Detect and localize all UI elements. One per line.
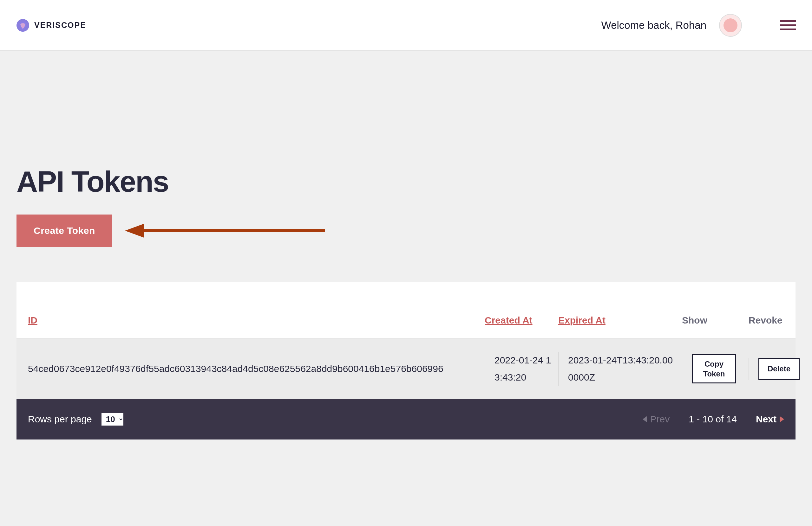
rows-per-page-label: Rows per page	[28, 414, 92, 425]
column-header-created-at[interactable]: Created At	[485, 315, 533, 326]
svg-marker-2	[125, 224, 144, 238]
prev-page-button[interactable]: Prev	[643, 414, 670, 425]
pagination-left: Rows per page 10	[28, 413, 124, 425]
avatar[interactable]	[719, 14, 742, 37]
annotation-arrow-icon	[122, 221, 325, 240]
tokens-table: ID Created At Expired At Show Revoke 54c…	[16, 282, 796, 439]
header: VERISCOPE Welcome back, Rohan	[0, 0, 812, 51]
column-header-show: Show	[682, 315, 707, 326]
expired-at-value: 2023-01-24T13:43:20.000000Z	[568, 355, 673, 382]
welcome-text: Welcome back, Rohan	[601, 19, 706, 31]
prev-label: Prev	[650, 414, 670, 425]
page-title: API Tokens	[16, 165, 796, 199]
token-id-value: 54ced0673ce912e0f49376df55adc60313943c84…	[28, 363, 444, 374]
chevron-left-icon	[643, 416, 647, 422]
delete-token-button[interactable]: Delete	[758, 358, 800, 380]
column-header-expired-at[interactable]: Expired At	[558, 315, 606, 326]
divider	[761, 3, 761, 47]
rows-per-page-select[interactable]: 10	[102, 413, 124, 425]
logo-icon	[16, 18, 30, 32]
pagination-right: Prev 1 - 10 of 14 Next	[643, 414, 784, 425]
create-token-row: Create Token	[16, 214, 796, 247]
created-at-value: 2022-01-24 13:43:20	[494, 355, 551, 382]
table-row: 54ced0673ce912e0f49376df55adc60313943c84…	[16, 339, 796, 399]
page-range: 1 - 10 of 14	[688, 414, 737, 425]
next-label: Next	[756, 414, 777, 425]
chevron-right-icon	[780, 416, 784, 422]
create-token-button[interactable]: Create Token	[16, 214, 112, 247]
brand-name: VERISCOPE	[34, 20, 86, 30]
header-right: Welcome back, Rohan	[601, 3, 796, 47]
pagination-bar: Rows per page 10 Prev 1 - 10 of 14 Next	[16, 399, 796, 439]
next-page-button[interactable]: Next	[756, 414, 784, 425]
hamburger-menu-icon[interactable]	[780, 20, 796, 30]
column-header-id[interactable]: ID	[28, 315, 38, 326]
logo-area: VERISCOPE	[16, 18, 86, 32]
main-content: API Tokens Create Token ID Created At Ex…	[0, 51, 812, 459]
column-header-revoke: Revoke	[749, 315, 783, 326]
copy-token-button[interactable]: Copy Token	[692, 354, 736, 384]
table-header-row: ID Created At Expired At Show Revoke	[16, 282, 796, 339]
